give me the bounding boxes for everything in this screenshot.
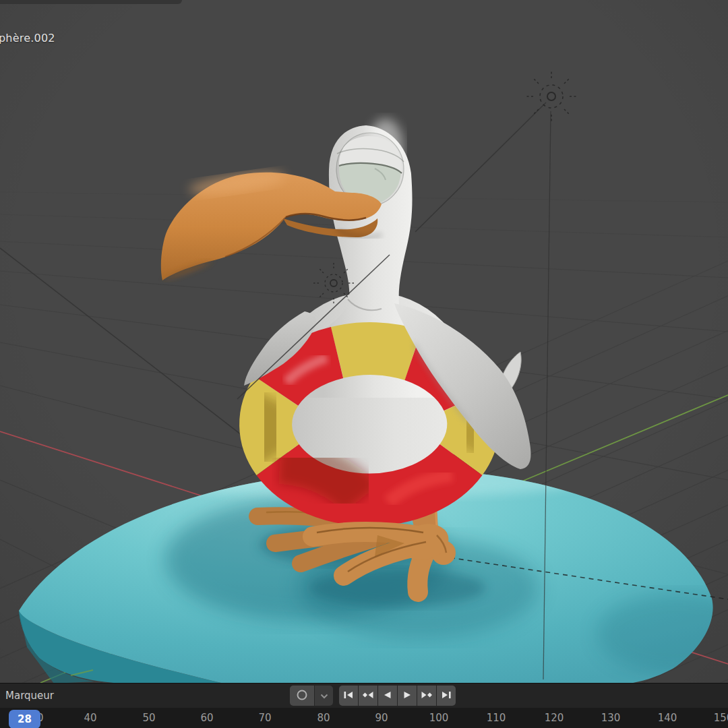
auto-keying-group bbox=[290, 686, 333, 706]
frame-tick: 80 bbox=[317, 708, 330, 728]
play-reverse-icon bbox=[382, 690, 394, 702]
jump-to-prev-keyframe-button[interactable] bbox=[359, 686, 377, 706]
3d-viewport[interactable]: phère.002 bbox=[0, 0, 728, 684]
frame-tick: 120 bbox=[545, 708, 564, 728]
frame-ruler[interactable]: 15014013012011010090807060504030 28 bbox=[0, 708, 728, 728]
frame-tick: 40 bbox=[84, 708, 96, 728]
frame-tick: 60 bbox=[200, 708, 213, 728]
blender-window: phère.002 Marqueur bbox=[0, 0, 728, 728]
frame-tick: 140 bbox=[658, 708, 677, 728]
frame-tick: 100 bbox=[429, 708, 449, 728]
active-object-label: phère.002 bbox=[0, 32, 55, 44]
jump-to-end-icon bbox=[440, 690, 452, 702]
auto-keying-button[interactable] bbox=[290, 686, 314, 706]
timeline-header: Marqueur bbox=[0, 683, 728, 708]
play-forward-icon bbox=[401, 690, 413, 702]
play-reverse-button[interactable] bbox=[378, 686, 397, 706]
marker-menu[interactable]: Marqueur bbox=[1, 684, 58, 708]
play-forward-button[interactable] bbox=[398, 686, 417, 706]
jump-to-next-keyframe-button[interactable] bbox=[417, 686, 436, 706]
chevron-down-icon bbox=[320, 691, 328, 701]
frame-tick: 90 bbox=[375, 708, 388, 728]
current-frame-badge[interactable]: 28 bbox=[9, 710, 40, 728]
auto-keying-record-icon bbox=[296, 689, 308, 703]
jump-to-end-button[interactable] bbox=[437, 686, 456, 706]
prev-keyframe-icon bbox=[362, 690, 374, 702]
frame-tick: 70 bbox=[258, 708, 271, 728]
frame-tick: 130 bbox=[601, 708, 621, 728]
jump-to-start-icon bbox=[342, 690, 355, 702]
playback-controls bbox=[339, 686, 456, 706]
next-keyframe-icon bbox=[421, 690, 433, 702]
jump-to-start-button[interactable] bbox=[339, 686, 358, 706]
viewport-corner-strip bbox=[0, 0, 182, 4]
frame-tick: 110 bbox=[487, 708, 506, 728]
auto-keying-dropdown[interactable] bbox=[315, 686, 333, 706]
frame-tick: 50 bbox=[142, 708, 155, 728]
frame-tick: 150 bbox=[714, 708, 728, 728]
